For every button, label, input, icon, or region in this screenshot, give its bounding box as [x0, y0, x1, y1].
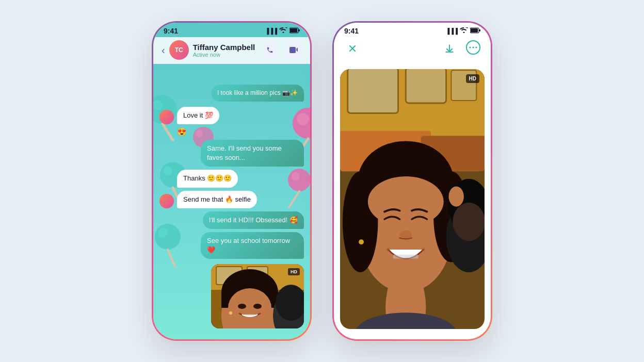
svg-rect-35 [471, 28, 478, 32]
viewer-actions [441, 40, 480, 57]
hd-badge-viewer: HD [466, 74, 479, 83]
download-button[interactable] [441, 40, 458, 57]
message-row-6: See you at school tomorrow ❤️ [159, 232, 304, 259]
svg-point-65 [453, 203, 485, 241]
status-bar-left: 9:41 ▐▐▐ [153, 23, 310, 37]
message-row-4: Send me that 🔥 selfie [159, 191, 304, 208]
wifi-icon [279, 27, 287, 35]
wifi-icon-right [460, 27, 468, 35]
svg-point-59 [386, 248, 390, 252]
message-bubble-2: Same. I'll send you some faves soon... [201, 140, 304, 167]
svg-point-66 [448, 187, 463, 207]
video-button[interactable] [285, 42, 302, 58]
more-button[interactable] [466, 40, 480, 55]
message-bubble-5: I'll send it HD!!! Obsessed! 🥰 [203, 211, 304, 229]
message-row-5: I'll send it HD!!! Obsessed! 🥰 [159, 211, 304, 229]
battery-icon [289, 27, 300, 35]
status-bar-right: 9:41 ▐▐▐ [334, 23, 491, 37]
svg-point-57 [368, 176, 444, 227]
message-bubble-3: Thanks 🙂🙂🙂 [177, 170, 238, 187]
right-phone: 9:41 ▐▐▐ [332, 21, 492, 341]
right-phone-screen: 9:41 ▐▐▐ [334, 23, 491, 339]
svg-rect-36 [479, 29, 480, 31]
contact-status: Active now [193, 52, 262, 58]
viewer-header [334, 37, 491, 61]
avatar-1 [159, 110, 174, 124]
back-button[interactable]: ‹ [162, 44, 165, 56]
svg-point-61 [359, 239, 364, 244]
signal-icon-right: ▐▐▐ [446, 28, 458, 34]
svg-rect-47 [406, 69, 446, 103]
full-photo-container[interactable]: HD [340, 69, 485, 329]
svg-point-40 [469, 46, 471, 48]
photo-thumbnail-row[interactable]: HD [159, 264, 304, 328]
contact-avatar: TC [169, 40, 189, 60]
close-button[interactable] [344, 40, 361, 57]
time-left: 9:41 [164, 27, 178, 35]
svg-point-42 [475, 46, 477, 48]
svg-point-55 [343, 171, 378, 272]
left-phone: 9:41 ▐▐▐ ‹ TC Tiffany Cam [152, 21, 312, 341]
svg-point-60 [422, 248, 426, 252]
message-row-2: Same. I'll send you some faves soon... [159, 140, 304, 167]
right-phone-frame: 9:41 ▐▐▐ [332, 21, 492, 341]
time-right: 9:41 [344, 27, 359, 35]
status-icons-right: ▐▐▐ [446, 27, 480, 35]
svg-point-58 [400, 231, 412, 239]
svg-rect-19 [290, 28, 297, 32]
chat-header: ‹ TC Tiffany Campbell Active now [153, 37, 310, 64]
message-row-1: Love it 💯 😍 [159, 107, 304, 137]
hd-badge-thumbnail: HD [288, 268, 300, 275]
signal-icon: ▐▐▐ [265, 28, 277, 34]
message-row-0: I took like a million pics 📷✨ [159, 85, 304, 102]
left-phone-screen: 9:41 ▐▐▐ ‹ TC Tiffany Cam [153, 23, 310, 339]
avatar-4 [159, 194, 174, 208]
svg-rect-46 [348, 69, 398, 113]
svg-point-33 [229, 311, 232, 315]
svg-point-30 [253, 304, 262, 309]
svg-point-29 [238, 304, 246, 309]
contact-info: Tiffany Campbell Active now [193, 43, 262, 58]
left-phone-frame: 9:41 ▐▐▐ ‹ TC Tiffany Cam [152, 21, 312, 341]
message-row-3: Thanks 🙂🙂🙂 [159, 170, 304, 187]
message-bubble-6: See you at school tomorrow ❤️ [201, 232, 304, 259]
svg-rect-20 [298, 29, 300, 31]
svg-point-41 [472, 46, 474, 48]
emoji-reaction: 😍 [177, 127, 187, 137]
svg-point-28 [228, 288, 271, 327]
battery-icon-right [470, 27, 480, 35]
header-actions [262, 42, 302, 58]
status-icons-left: ▐▐▐ [265, 27, 300, 35]
message-bubble-0: I took like a million pics 📷✨ [211, 85, 304, 102]
contact-name: Tiffany Campbell [193, 43, 262, 52]
svg-rect-62 [393, 255, 418, 259]
messages-container: I took like a million pics 📷✨ Love it 💯 … [153, 79, 310, 339]
message-bubble-4: Send me that 🔥 selfie [177, 191, 257, 208]
call-button[interactable] [262, 42, 278, 58]
message-bubble-1: Love it 💯 [177, 107, 219, 124]
